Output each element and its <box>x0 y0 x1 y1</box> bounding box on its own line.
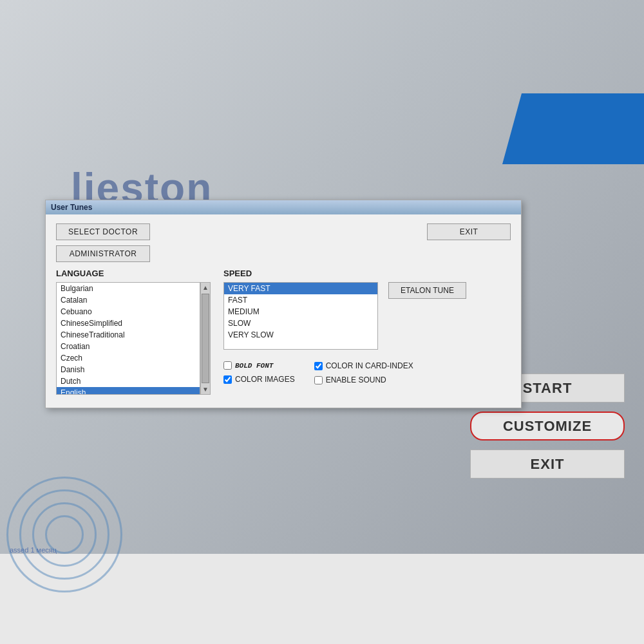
options-row: BOLD FONT COLOR IMAGES COLOR IN CARD-IND… <box>223 361 511 384</box>
options-right-col: COLOR IN CARD-INDEX ENABLE SOUND <box>314 361 413 384</box>
user-tunes-dialog: User Tunes SELECT DOCTOR ADMINISTRATOR E… <box>45 200 522 408</box>
scroll-up-arrow[interactable]: ▲ <box>201 283 210 292</box>
speed-options-panel: SPEED VERY FASTFASTMEDIUMSLOWVERY SLOW E… <box>223 269 511 395</box>
speed-list-item[interactable]: VERY SLOW <box>224 329 377 341</box>
language-list-item[interactable]: Dutch <box>57 375 200 387</box>
dialog-titlebar: User Tunes <box>46 200 521 214</box>
language-list-item[interactable]: Croatian <box>57 341 200 352</box>
color-images-checkbox[interactable] <box>223 375 232 384</box>
dialog-title: User Tunes <box>51 203 92 212</box>
language-list-item[interactable]: Cebuano <box>57 306 200 317</box>
enable-sound-label: ENABLE SOUND <box>326 375 386 384</box>
speed-list-item[interactable]: VERY FAST <box>224 283 377 294</box>
dialog-content: LANGUAGE BulgarianCatalanCebuanoChineseS… <box>56 269 511 395</box>
color-card-index-label: COLOR IN CARD-INDEX <box>326 361 413 370</box>
speed-section-label: SPEED <box>223 269 511 278</box>
language-listbox[interactable]: BulgarianCatalanCebuanoChineseSimplified… <box>56 282 200 395</box>
select-doctor-button[interactable]: SELECT DOCTOR <box>56 223 150 240</box>
language-list-item[interactable]: Bulgarian <box>57 283 200 294</box>
speed-list-item[interactable]: SLOW <box>224 317 377 329</box>
language-list-item[interactable]: ChineseSimplified <box>57 317 200 329</box>
speed-list-item[interactable]: FAST <box>224 294 377 306</box>
bold-font-checkbox[interactable] <box>223 361 232 370</box>
language-panel: LANGUAGE BulgarianCatalanCebuanoChineseS… <box>56 269 211 395</box>
speed-listbox[interactable]: VERY FASTFASTMEDIUMSLOWVERY SLOW <box>223 282 378 350</box>
enable-sound-checkbox[interactable] <box>314 376 323 384</box>
blue-accent-decoration <box>502 93 644 164</box>
etalon-tune-button[interactable]: ETALON TUNE <box>388 282 466 299</box>
dialog-top-row: SELECT DOCTOR ADMINISTRATOR EXIT <box>56 223 511 262</box>
options-left-col: BOLD FONT COLOR IMAGES <box>223 361 295 384</box>
status-text: assed 1 месяц <box>10 546 57 554</box>
dialog-body: SELECT DOCTOR ADMINISTRATOR EXIT LANGUAG… <box>46 214 521 408</box>
enable-sound-option[interactable]: ENABLE SOUND <box>314 375 413 384</box>
color-images-label: COLOR IMAGES <box>235 375 295 384</box>
language-scrollbar[interactable]: ▲ ▼ <box>200 282 211 395</box>
exit-button-main[interactable]: EXIT <box>470 450 625 478</box>
language-list-item[interactable]: Catalan <box>57 294 200 306</box>
scroll-thumb[interactable] <box>202 294 209 383</box>
language-list-item[interactable]: English <box>57 387 200 395</box>
administrator-button[interactable]: ADMINISTRATOR <box>56 245 150 262</box>
speed-and-etalon-row: VERY FASTFASTMEDIUMSLOWVERY SLOW ETALON … <box>223 282 511 356</box>
language-section-label: LANGUAGE <box>56 269 211 278</box>
speed-list-item[interactable]: MEDIUM <box>224 306 377 317</box>
language-list-item[interactable]: Danish <box>57 364 200 375</box>
language-list-item[interactable]: ChineseTraditional <box>57 329 200 341</box>
bold-font-label: BOLD FONT <box>235 362 273 370</box>
customize-button[interactable]: CUSTOMIZE <box>470 412 625 440</box>
exit-dialog-button[interactable]: EXIT <box>427 223 511 240</box>
color-card-index-checkbox[interactable] <box>314 362 323 370</box>
circles-decoration <box>6 464 135 592</box>
color-images-option[interactable]: COLOR IMAGES <box>223 375 295 384</box>
bold-font-option[interactable]: BOLD FONT <box>223 361 295 370</box>
language-list-item[interactable]: Czech <box>57 352 200 364</box>
dialog-left-buttons: SELECT DOCTOR ADMINISTRATOR <box>56 223 150 262</box>
scroll-down-arrow[interactable]: ▼ <box>201 384 210 394</box>
language-listbox-container: BulgarianCatalanCebuanoChineseSimplified… <box>56 282 211 395</box>
color-card-index-option[interactable]: COLOR IN CARD-INDEX <box>314 361 413 370</box>
